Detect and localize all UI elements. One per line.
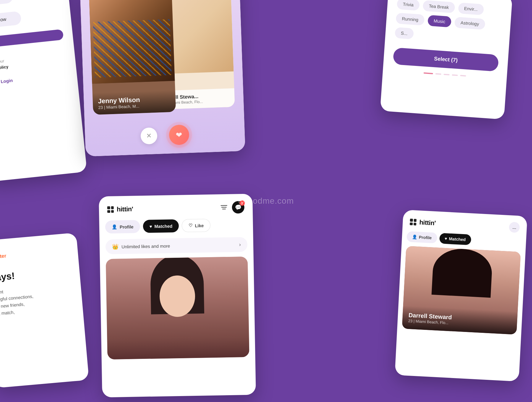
upgrade-banner[interactable]: 👑 Unlimited likes and more › <box>106 237 248 254</box>
tag-running[interactable]: Running <box>396 13 425 26</box>
later-button[interactable]: Later <box>0 248 67 260</box>
matched-profile-photo: Darrell Steward 23 | Miami Beach, Flo... <box>402 246 521 335</box>
m-logo-dot-4 <box>413 223 416 226</box>
matched-tab-matched[interactable]: ♥ Matched <box>439 233 471 245</box>
tag-other[interactable]: S... <box>395 27 414 39</box>
tag-environment[interactable]: Envir... <box>458 2 484 15</box>
like-tab-icon: ♡ <box>189 223 192 228</box>
m-logo-dot-2 <box>413 219 416 222</box>
matched-tab-profile[interactable]: 👤 Profile <box>406 231 437 243</box>
login-card: Show Show ee with our ivacy Policy count… <box>0 0 87 182</box>
upgrade-label: Unlimited likes and more <box>121 243 170 249</box>
like-button[interactable]: ❤ <box>169 124 189 145</box>
main-app-card: hittin' 💬 2 👤 Profile ♥ Matched <box>99 194 256 398</box>
login-link-row: count? Login <box>0 72 68 86</box>
chevron-right-icon: › <box>239 241 241 248</box>
nav-tabs: 👤 Profile ♥ Matched ♡ Like <box>99 218 253 239</box>
show-button-2[interactable]: Show <box>0 11 22 29</box>
matched-card: hittin' ... 👤 Profile ♥ Matched Darrell … <box>395 210 528 381</box>
profile-card-front[interactable]: Jenny Wilson 23 | Miami Beach, M... <box>89 0 176 115</box>
profile-tab-label: Profile <box>120 224 134 229</box>
tag-music[interactable]: Music <box>427 15 452 27</box>
logo-dot-1 <box>107 206 110 209</box>
tab-profile[interactable]: 👤 Profile <box>105 220 140 234</box>
profile-front-image <box>89 0 175 84</box>
tag-trivia[interactable]: Trivia <box>397 0 420 11</box>
dot-3 <box>444 74 450 75</box>
dot-2 <box>435 73 441 75</box>
profile-photo-section <box>106 257 249 359</box>
onboarding-card: Later ays! ant ngful connections, t new … <box>0 233 89 388</box>
m-profile-label: Profile <box>419 235 432 240</box>
tag-astrology[interactable]: Astrology <box>454 17 485 30</box>
logo-dot-4 <box>111 210 114 213</box>
tab-like[interactable]: ♡ Like <box>182 219 211 232</box>
logo-grid-icon <box>107 206 114 213</box>
matched-tab-icon: ♥ <box>149 224 152 229</box>
m-matched-icon: ♥ <box>445 236 447 241</box>
matched-logo-grid-icon <box>410 219 416 226</box>
filter-icon[interactable] <box>221 204 227 211</box>
dot-5 <box>460 75 466 76</box>
dot-1 <box>424 72 433 74</box>
swipe-card: Darrell Stewa... 23 | Miami Beach, Flo..… <box>80 0 245 156</box>
interest-tags-container: Trivia Tea Break Envir... Running Music … <box>395 0 502 46</box>
crown-icon: 👑 <box>112 243 119 250</box>
privacy-text: ee with our ivacy Policy <box>0 51 66 72</box>
watermark: gooodme.com <box>238 196 294 206</box>
app-logo: hittin' <box>107 205 133 214</box>
m-matched-label: Matched <box>449 236 466 242</box>
m-logo-dot-1 <box>410 219 413 222</box>
action-buttons: ✕ ❤ <box>140 124 189 146</box>
submit-button[interactable] <box>0 29 64 48</box>
m-logo-dot-3 <box>410 222 413 225</box>
app-name: hittin' <box>117 205 133 213</box>
dot-4 <box>452 74 458 76</box>
tab-matched[interactable]: ♥ Matched <box>143 219 179 233</box>
show-button-1[interactable]: Show <box>0 0 14 7</box>
privacy-link[interactable]: ivacy Policy <box>0 64 9 71</box>
select-button[interactable]: Select (7) <box>393 48 499 72</box>
profile-photo-image <box>106 257 249 359</box>
upgrade-text: 👑 Unlimited likes and more <box>112 242 170 250</box>
matched-more-button[interactable]: ... <box>509 222 520 233</box>
dislike-button[interactable]: ✕ <box>140 127 158 145</box>
interests-card: Trivia Tea Break Envir... Running Music … <box>380 0 512 119</box>
profile-tab-icon: 👤 <box>112 224 117 230</box>
matched-app-name: hittin' <box>419 218 436 227</box>
login-link[interactable]: Login <box>0 78 13 84</box>
like-tab-label: Like <box>195 223 204 228</box>
m-profile-icon: 👤 <box>412 234 417 239</box>
onboarding-subtext: ant ngful connections, t new friends, t … <box>0 283 72 317</box>
profile-front-info: Jenny Wilson 23 | Miami Beach, M... <box>93 90 176 115</box>
onboarding-headline: ays! <box>0 265 69 283</box>
logo-dot-3 <box>107 210 110 213</box>
app-header: hittin' 💬 2 <box>99 194 253 221</box>
logo-dot-2 <box>111 206 114 209</box>
progress-dots <box>392 70 497 79</box>
matched-tab-label: Matched <box>154 223 172 229</box>
tag-tea-break[interactable]: Tea Break <box>423 0 455 13</box>
